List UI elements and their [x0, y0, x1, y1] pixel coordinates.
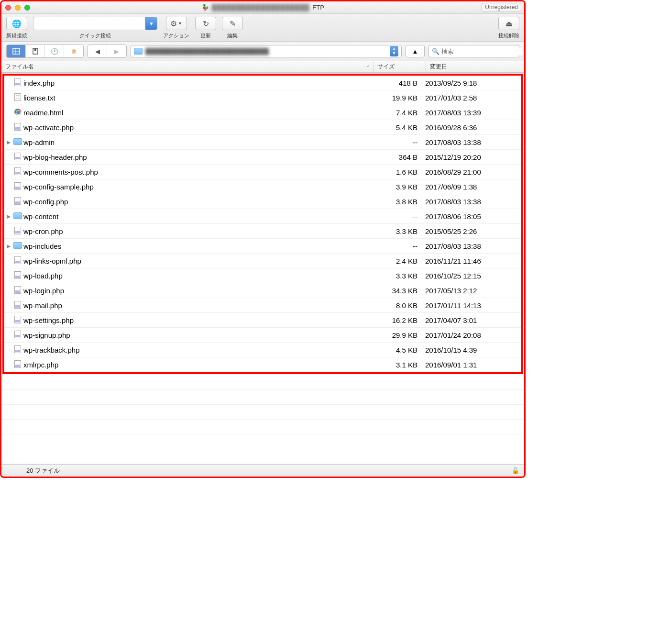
chevron-down-icon: ▼ [178, 21, 182, 26]
view-history-button[interactable]: 🕐 [45, 45, 64, 57]
php-file-icon [14, 345, 21, 353]
view-bookmark-button[interactable] [26, 45, 45, 57]
file-row[interactable]: wp-links-opml.php2.4 KB2016/11/21 11:46 [4, 254, 521, 268]
php-file-icon [14, 271, 21, 279]
file-row[interactable]: wp-mail.php8.0 KB2017/01/11 14:13 [4, 298, 521, 313]
file-row[interactable]: wp-cron.php3.3 KB2015/05/25 2:26 [4, 224, 521, 239]
disconnect-button[interactable]: ⏏ [498, 17, 519, 30]
file-size: 19.9 KB [371, 94, 423, 102]
file-date: 2017/06/09 1:38 [423, 183, 521, 191]
file-size: 2.4 KB [371, 257, 423, 265]
pencil-icon: ✎ [230, 19, 236, 28]
close-button[interactable] [5, 5, 11, 11]
file-row[interactable]: wp-config.php3.8 KB2017/08/03 13:38 [4, 194, 521, 209]
window-controls [5, 5, 30, 11]
unregistered-badge: Unregistered [482, 3, 521, 11]
forward-button[interactable]: ▶ [107, 45, 126, 57]
globe-plus-icon: 🌐 [12, 19, 22, 28]
file-size: 29.9 KB [371, 331, 423, 339]
file-size: 364 B [371, 153, 423, 161]
quick-connect-dropdown[interactable]: ▼ [145, 17, 157, 30]
go-up-button[interactable]: ▲ [406, 45, 425, 57]
folder-icon [13, 138, 22, 145]
file-row[interactable]: wp-config-sample.php3.9 KB2017/06/09 1:3… [4, 179, 521, 194]
edit-button[interactable]: ✎ [222, 17, 243, 30]
file-size: -- [371, 242, 423, 250]
forward-icon: ▶ [114, 48, 119, 55]
file-row[interactable]: wp-login.php34.3 KB2017/05/13 2:12 [4, 283, 521, 298]
file-name: wp-signup.php [22, 331, 371, 339]
file-row[interactable]: ▶wp-admin--2017/08/03 13:38 [4, 135, 521, 150]
file-size: 8.0 KB [371, 301, 423, 310]
file-size: 3.9 KB [371, 183, 423, 191]
refresh-button[interactable]: ↻ [195, 17, 216, 30]
quick-connect-field[interactable]: ▼ [33, 17, 157, 30]
file-name: wp-cron.php [22, 227, 371, 235]
row-icon [13, 197, 22, 206]
eject-icon: ⏏ [505, 19, 513, 28]
svg-rect-4 [34, 48, 36, 51]
file-row[interactable]: ▶wp-includes--2017/08/03 13:38 [4, 239, 521, 254]
gear-icon: ⚙ [170, 19, 177, 28]
php-file-icon [14, 78, 21, 86]
path-dropdown-arrows[interactable]: ▲▼ [390, 46, 398, 56]
php-file-icon [14, 301, 21, 309]
action-button[interactable]: ⚙▼ [166, 17, 187, 30]
file-row[interactable]: wp-blog-header.php364 B2015/12/19 20:20 [4, 150, 521, 165]
view-outline-button[interactable] [7, 45, 26, 57]
file-row[interactable]: wp-load.php3.3 KB2016/10/25 12:15 [4, 268, 521, 283]
file-row[interactable]: wp-signup.php29.9 KB2017/01/24 20:08 [4, 328, 521, 343]
minimize-button[interactable] [15, 5, 21, 11]
file-name: wp-settings.php [22, 316, 371, 324]
search-input[interactable] [441, 48, 522, 55]
path-combo[interactable]: ████████████████████████████ ▲▼ [131, 45, 402, 57]
file-size: -- [371, 138, 423, 146]
chrome-icon [14, 109, 21, 115]
new-connection-button[interactable]: 🌐 [6, 17, 27, 30]
up-triangle-icon: ▲ [412, 48, 418, 55]
file-date: 2017/08/06 18:05 [423, 212, 521, 221]
file-name: wp-config-sample.php [22, 183, 371, 191]
file-date: 2016/10/25 12:15 [423, 272, 521, 280]
file-row[interactable]: license.txt19.9 KB2017/01/03 2:58 [4, 90, 521, 105]
file-date: 2017/01/03 2:58 [423, 94, 521, 102]
quick-connect-input[interactable] [33, 20, 145, 27]
file-name: license.txt [22, 94, 371, 102]
back-button[interactable]: ◀ [88, 45, 107, 57]
php-file-icon [14, 167, 21, 175]
row-icon [13, 345, 22, 355]
column-header-size[interactable]: サイズ [373, 61, 426, 72]
refresh-icon: ↻ [203, 19, 209, 28]
row-icon [13, 123, 22, 132]
file-name: readme.html [22, 109, 371, 117]
empty-rows [1, 375, 524, 464]
file-size: 7.4 KB [371, 109, 423, 117]
file-row[interactable]: wp-activate.php5.4 KB2016/09/28 6:36 [4, 120, 521, 135]
view-mode-segment: 🕐 ❀ [6, 44, 84, 58]
search-box[interactable]: 🔍 [428, 45, 519, 57]
file-row[interactable]: xmlrpc.php3.1 KB2016/09/01 1:31 [4, 357, 521, 372]
file-date: 2017/08/03 13:38 [423, 138, 521, 146]
lock-icon: 🔓 [512, 467, 519, 474]
file-row[interactable]: wp-comments-post.php1.6 KB2016/08/29 21:… [4, 165, 521, 179]
file-size: 3.3 KB [371, 227, 423, 235]
file-date: 2017/08/03 13:38 [423, 198, 521, 206]
disclosure-triangle[interactable]: ▶ [4, 213, 13, 220]
file-row[interactable]: index.php418 B2013/09/25 9:18 [4, 76, 521, 90]
file-row[interactable]: wp-settings.php16.2 KB2017/04/07 3:01 [4, 313, 521, 328]
row-icon [13, 138, 22, 146]
disclosure-triangle[interactable]: ▶ [4, 243, 13, 249]
php-file-icon [14, 286, 21, 294]
column-header-name[interactable]: ファイル名 ^ [1, 61, 373, 72]
file-row[interactable]: ▶wp-content--2017/08/06 18:05 [4, 209, 521, 224]
disclosure-triangle[interactable]: ▶ [4, 139, 13, 145]
file-size: 34.3 KB [371, 287, 423, 295]
zoom-button[interactable] [24, 5, 30, 11]
navigation-toolbar: 🕐 ❀ ◀ ▶ ████████████████████████████ ▲▼ … [1, 42, 524, 61]
file-row[interactable]: wp-trackback.php4.5 KB2016/10/15 4:39 [4, 343, 521, 357]
column-header-modified[interactable]: 変更日 [426, 61, 524, 72]
view-bonjour-button[interactable]: ❀ [64, 45, 83, 57]
row-icon [13, 360, 22, 369]
row-icon [13, 109, 22, 117]
file-row[interactable]: readme.html7.4 KB2017/08/03 13:39 [4, 105, 521, 120]
